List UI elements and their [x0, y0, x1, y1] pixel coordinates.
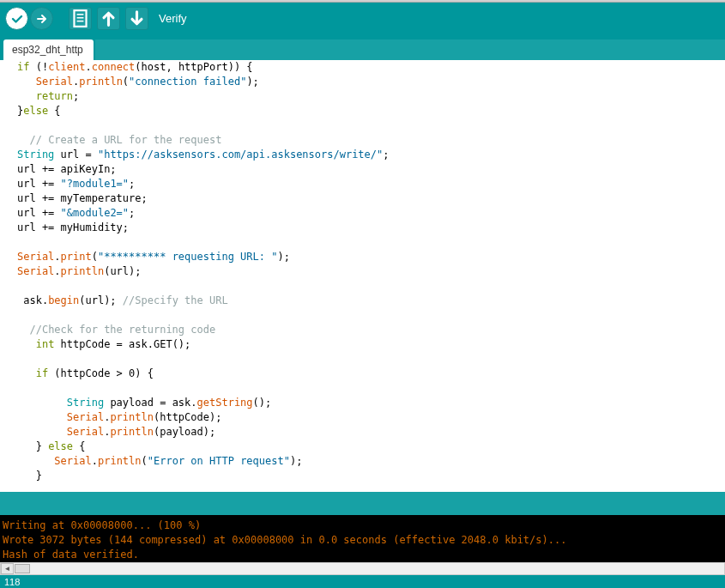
console-line: Writing at 0x00008000... (100 %) — [3, 518, 722, 533]
status-bar: 118 — [0, 575, 725, 588]
console-line: Wrote 3072 bytes (144 compressed) at 0x0… — [3, 533, 722, 548]
file-icon — [69, 8, 91, 29]
output-console: Writing at 0x00008000... (100 %) Wrote 3… — [0, 515, 725, 562]
scroll-left-button[interactable]: ◄ — [1, 563, 14, 574]
arrow-right-icon — [35, 12, 49, 26]
toolbar-tooltip: Verify — [159, 12, 187, 25]
editor-separator — [0, 492, 725, 515]
scroll-thumb[interactable] — [15, 564, 30, 573]
open-button[interactable] — [97, 7, 120, 30]
code-editor[interactable]: if (!client.connect(host, httpPort)) { S… — [0, 60, 725, 492]
check-icon — [10, 12, 24, 26]
toolbar: Verify — [0, 3, 725, 34]
tab-bar: esp32_dht_http — [0, 34, 725, 60]
tab-sketch[interactable]: esp32_dht_http — [3, 39, 94, 60]
console-line: Hash of data verified. — [3, 548, 722, 562]
arrow-down-icon — [126, 8, 148, 29]
upload-button[interactable] — [30, 7, 53, 30]
verify-button[interactable] — [5, 7, 28, 30]
horizontal-scrollbar[interactable]: ◄ — [0, 562, 725, 575]
arrow-up-icon — [98, 8, 119, 29]
tab-bar-fill — [95, 39, 725, 60]
save-button[interactable] — [125, 7, 148, 30]
new-button[interactable] — [69, 7, 92, 30]
status-line-number: 118 — [4, 577, 20, 587]
